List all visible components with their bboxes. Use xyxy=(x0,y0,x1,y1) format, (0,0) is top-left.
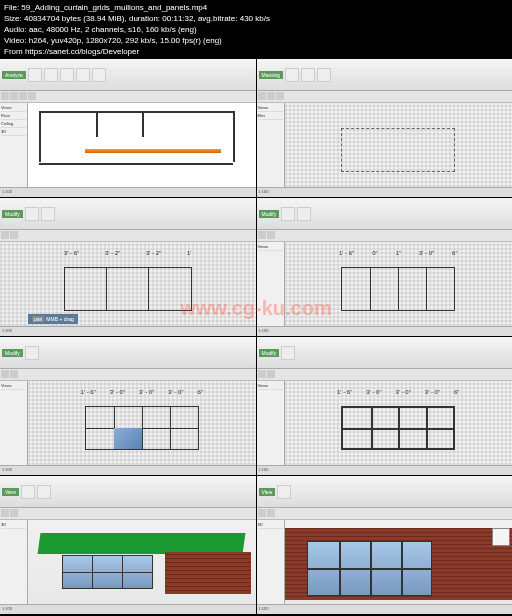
drawing-canvas[interactable]: 1' - 6"3' - 0"3' - 0"3' - 0"6" xyxy=(285,381,513,465)
video-line: Video: h264, yuv420p, 1280x720, 292 kb/s… xyxy=(4,35,508,46)
ribbon-tab[interactable]: Analyze xyxy=(2,71,26,79)
curtain-window xyxy=(307,541,432,596)
thumb-4-elevation-dims: Modify Views 1' - 6"0"1"3' - 0"6" 1:100 xyxy=(257,198,513,336)
view-cube-icon[interactable] xyxy=(492,528,510,546)
dimension-string[interactable]: 1' - 6"0"1"3' - 0"6" xyxy=(330,250,467,256)
ribbon-tab[interactable]: Massing xyxy=(259,71,284,79)
drawing-canvas[interactable] xyxy=(285,103,513,187)
dimension-string[interactable]: 1' - 6"3' - 0"3' - 0"3' - 0"6" xyxy=(330,389,467,395)
sidebar-item[interactable]: Ceiling xyxy=(1,120,26,128)
ribbon[interactable]: Analyze xyxy=(0,59,256,91)
ribbon-button[interactable] xyxy=(92,68,106,82)
brick-wall xyxy=(165,552,251,594)
curtain-window xyxy=(62,555,153,589)
ribbon-button[interactable] xyxy=(44,68,58,82)
dimension-string[interactable]: 3' - 6"3' - 2"3' - 2"1' xyxy=(51,250,204,256)
curtain-wall xyxy=(85,406,199,450)
ribbon-button[interactable] xyxy=(76,68,90,82)
size-line: Size: 40834704 bytes (38.94 MiB), durati… xyxy=(4,13,508,24)
roof-element xyxy=(38,533,246,554)
status-bar: 1:100 xyxy=(257,187,513,197)
curtain-wall xyxy=(64,267,192,311)
ribbon[interactable]: Massing xyxy=(257,59,513,91)
3d-canvas[interactable] xyxy=(28,520,256,604)
ribbon-button[interactable] xyxy=(60,68,74,82)
status-bar: 1:100 xyxy=(0,187,256,197)
audio-line: Audio: aac, 48000 Hz, 2 channels, s16, 1… xyxy=(4,24,508,35)
drawing-canvas[interactable] xyxy=(28,103,256,187)
thumb-8-3d-brick: View 3D 1:100 xyxy=(257,476,513,614)
file-info-header: File: 59_Adding_curtain_grids_mullions_a… xyxy=(0,0,512,59)
thumb-5-glass-panel: Modify Views 1' - 6"3' - 0"3' - 0"3' - 0… xyxy=(0,337,256,475)
ribbon-button[interactable] xyxy=(28,68,42,82)
quick-toolbar[interactable] xyxy=(257,91,513,103)
selected-glass-panel xyxy=(114,428,142,449)
from-line: From https://sanet.cd/blogs/Developer xyxy=(4,46,508,57)
ribbon[interactable]: Modify xyxy=(0,198,256,230)
curtain-wall xyxy=(341,406,455,450)
curtain-wall-outline xyxy=(341,128,455,172)
nav-hint: panMMB + drag xyxy=(28,314,78,324)
quick-toolbar[interactable] xyxy=(0,91,256,103)
thumb-6-mullions: Modify Views 1' - 6"3' - 0"3' - 0"3' - 0… xyxy=(257,337,513,475)
thumb-7-3d-roof: View 3D 1:100 xyxy=(0,476,256,614)
selected-wall xyxy=(85,149,222,153)
thumb-1-floorplan: Analyze Views Floor Ceiling 3D xyxy=(0,59,256,197)
thumb-2-elevation: Massing Views Elev 1:100 xyxy=(257,59,513,197)
dimension-string[interactable]: 1' - 6"3' - 0"3' - 0"3' - 0"6" xyxy=(74,389,211,395)
sidebar-item[interactable]: Views xyxy=(1,104,26,112)
file-line: File: 59_Adding_curtain_grids_mullions_a… xyxy=(4,2,508,13)
thumbnail-grid: Analyze Views Floor Ceiling 3D xyxy=(0,59,512,614)
project-browser[interactable]: Views Floor Ceiling 3D xyxy=(0,103,28,187)
project-browser[interactable]: Views Elev xyxy=(257,103,285,187)
thumb-3-elevation-dims: Modify R 3' - 6"3' - 2"3' - 2"1' panMMB … xyxy=(0,198,256,336)
drawing-canvas[interactable]: 1' - 6"3' - 0"3' - 0"3' - 0"6" xyxy=(28,381,256,465)
sidebar-item[interactable]: 3D xyxy=(1,128,26,136)
sidebar-item[interactable]: Floor xyxy=(1,112,26,120)
drawing-canvas[interactable]: 1' - 6"0"1"3' - 0"6" xyxy=(285,242,513,326)
curtain-wall xyxy=(341,267,455,311)
3d-canvas[interactable] xyxy=(285,520,513,604)
